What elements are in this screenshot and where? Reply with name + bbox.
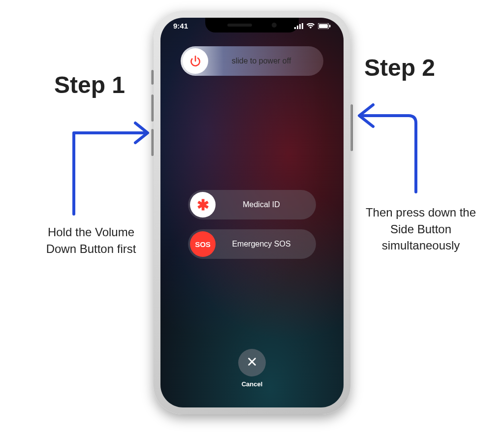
sos-icon[interactable]: SOS: [190, 231, 216, 257]
svg-rect-1: [297, 26, 298, 29]
power-off-slider[interactable]: slide to power off: [181, 46, 323, 76]
svg-rect-3: [302, 23, 303, 29]
close-icon: [247, 356, 257, 369]
step1-heading: Step 1: [54, 71, 125, 98]
svg-rect-2: [299, 24, 301, 29]
emergency-sos-label: Emergency SOS: [216, 240, 316, 249]
cancel-group: Cancel: [238, 349, 266, 388]
medical-asterisk-icon[interactable]: ✱: [190, 192, 216, 218]
status-bar: 9:41: [160, 22, 344, 30]
svg-rect-5: [319, 24, 328, 28]
battery-icon: [318, 23, 331, 29]
svg-rect-0: [294, 27, 296, 29]
medical-id-slider[interactable]: ✱ Medical ID: [188, 190, 316, 219]
cellular-signal-icon: [294, 23, 303, 29]
cancel-button[interactable]: [238, 349, 266, 376]
svg-rect-6: [329, 25, 331, 27]
phone-screen: 9:41 slide to power off ✱: [160, 18, 344, 407]
step2-arrow-icon: [354, 91, 433, 201]
iphone-mockup: 9:41 slide to power off ✱: [154, 11, 350, 414]
cancel-label: Cancel: [242, 380, 263, 388]
step1-instruction: Hold the Volume Down Button first: [34, 224, 148, 257]
power-off-label: slide to power off: [208, 57, 323, 65]
step2-instruction: Then press down the Side Button simultan…: [364, 204, 477, 254]
medical-id-label: Medical ID: [216, 200, 316, 209]
status-time: 9:41: [173, 22, 188, 30]
power-icon[interactable]: [183, 48, 208, 74]
emergency-sos-slider[interactable]: SOS Emergency SOS: [188, 229, 316, 259]
wifi-icon: [306, 23, 315, 29]
step1-arrow-icon: [64, 106, 162, 221]
step2-heading: Step 2: [364, 54, 435, 81]
side-button[interactable]: [350, 104, 353, 151]
